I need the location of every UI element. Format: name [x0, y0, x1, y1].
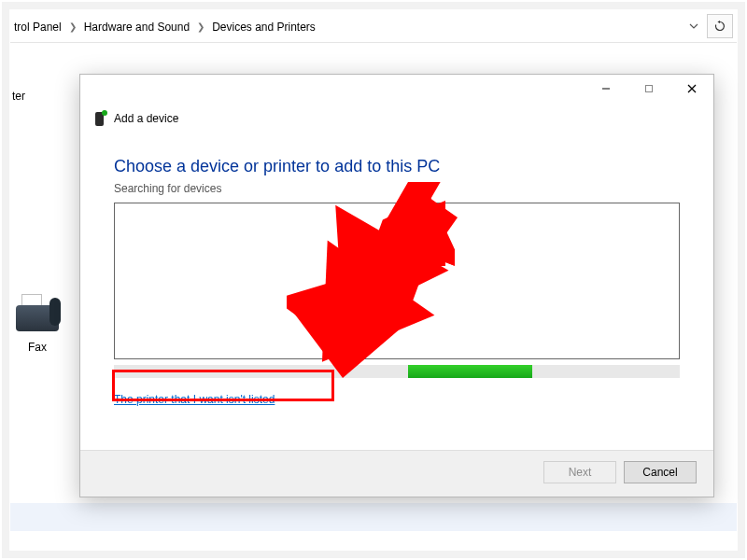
- printer-not-listed-link[interactable]: The printer that I want isn't listed: [114, 393, 275, 406]
- next-button: Next: [543, 461, 616, 483]
- breadcrumb[interactable]: trol Panel ❯ Hardware and Sound ❯ Device…: [10, 10, 316, 43]
- maximize-icon: [644, 84, 654, 93]
- status-bar: [10, 503, 737, 531]
- chevron-right-icon: ❯: [197, 21, 204, 32]
- titlebar[interactable]: [80, 75, 713, 105]
- progress-bar: [114, 365, 680, 378]
- close-button[interactable]: [670, 75, 713, 103]
- search-status: Searching for devices: [114, 182, 680, 195]
- address-bar[interactable]: trol Panel ❯ Hardware and Sound ❯ Device…: [10, 10, 737, 43]
- breadcrumb-item-control-panel[interactable]: trol Panel: [14, 21, 62, 34]
- minimize-button[interactable]: [585, 75, 627, 103]
- address-dropdown-button[interactable]: [684, 14, 703, 38]
- refresh-icon: [714, 21, 726, 32]
- device-fax[interactable]: Fax: [5, 292, 70, 354]
- progress-chunk: [408, 365, 532, 378]
- dialog-headline: Choose a device or printer to add to thi…: [114, 157, 680, 176]
- breadcrumb-item-devices-printers[interactable]: Devices and Printers: [212, 21, 316, 34]
- svg-rect-1: [646, 86, 653, 92]
- maximize-button: [627, 75, 670, 103]
- dialog-title: Add a device: [114, 112, 178, 125]
- fax-icon: [10, 292, 64, 337]
- toolbar-printer-label[interactable]: ter: [10, 90, 38, 103]
- close-icon: [687, 84, 697, 93]
- device-label: Fax: [5, 341, 70, 354]
- refresh-button[interactable]: [707, 14, 733, 38]
- breadcrumb-item-hardware-sound[interactable]: Hardware and Sound: [84, 21, 190, 34]
- chevron-right-icon: ❯: [69, 21, 77, 32]
- minimize-icon: [601, 84, 611, 93]
- cancel-button[interactable]: Cancel: [624, 461, 697, 483]
- chevron-down-icon: [689, 21, 698, 31]
- add-device-icon: [93, 110, 106, 127]
- device-list[interactable]: [114, 203, 680, 359]
- add-device-dialog: Add a device Choose a device or printer …: [79, 74, 714, 497]
